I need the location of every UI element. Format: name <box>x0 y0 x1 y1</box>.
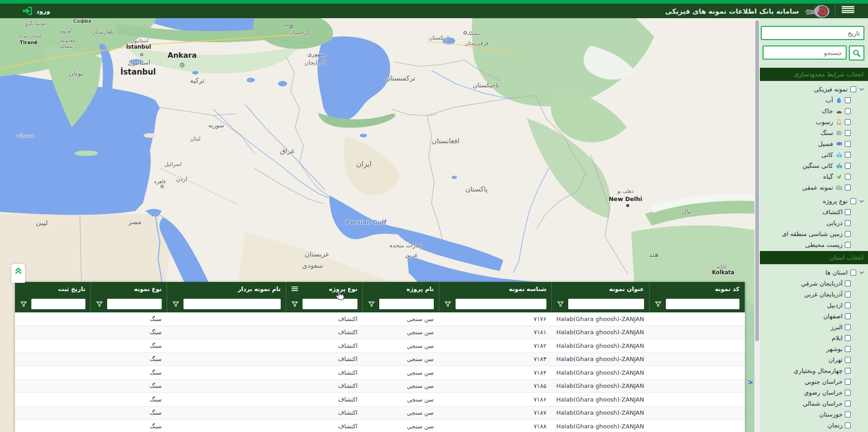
filter-funnel-icon[interactable] <box>20 301 27 307</box>
table-row[interactable]: Halab(Ghara ghoosh)-ZANJAN۷۱۸۲سن سنجیاکت… <box>15 339 745 353</box>
column-header-project_type[interactable]: نوع پروژه <box>286 282 363 296</box>
sidebar-scrollbar[interactable] <box>754 18 760 432</box>
filter-input-sampler[interactable] <box>184 299 281 309</box>
tree-item-row[interactable]: بوشهر <box>760 343 868 354</box>
column-header-sampler[interactable]: نام نمونه بردار <box>167 282 286 296</box>
column-header-date[interactable]: تاریخ ثبت <box>15 282 91 296</box>
column-header-code[interactable]: کد نمونه <box>650 282 745 296</box>
filter-input-id[interactable] <box>456 299 546 309</box>
item-checkbox[interactable] <box>845 422 851 428</box>
group-checkbox[interactable] <box>850 86 856 92</box>
tree-group-row[interactable]: استان ها <box>760 267 868 278</box>
chevron-down-icon[interactable] <box>859 86 864 92</box>
column-header-id[interactable]: شناسه نمونه <box>439 282 552 296</box>
tree-item-row[interactable]: زنجان <box>760 420 868 431</box>
filter-funnel-icon[interactable] <box>173 301 179 307</box>
item-checkbox[interactable] <box>845 379 851 385</box>
tree-item-row[interactable]: خراسان جنوبي <box>760 376 868 387</box>
tree-item-row[interactable]: زیست محیطی <box>760 239 868 250</box>
tree-item-row[interactable]: آذربایجان شرقي <box>760 278 868 289</box>
table-collapse-button[interactable] <box>11 264 25 283</box>
item-checkbox[interactable] <box>845 401 851 407</box>
item-checkbox[interactable] <box>845 302 851 308</box>
tree-item-row[interactable]: اکتشاف <box>760 206 868 217</box>
item-checkbox[interactable] <box>845 119 851 125</box>
tree-group-row[interactable]: نمونه فیزیکی <box>760 84 868 95</box>
column-header-title[interactable]: عنوان نمونه <box>552 282 650 296</box>
item-checkbox[interactable] <box>845 209 851 215</box>
tree-item-row[interactable]: کانی سنگین <box>760 160 868 171</box>
group-checkbox[interactable] <box>850 270 856 276</box>
item-checkbox[interactable] <box>845 130 851 136</box>
filter-input-date[interactable] <box>31 299 85 309</box>
tree-item-row[interactable]: کانی <box>760 149 868 160</box>
item-checkbox[interactable] <box>845 141 851 147</box>
filter-input-project_type[interactable] <box>303 299 357 309</box>
tree-item-row[interactable]: خاک <box>760 105 868 116</box>
tree-item-row[interactable]: البرز <box>760 321 868 332</box>
item-checkbox[interactable] <box>845 242 851 248</box>
tree-item-row[interactable]: ایلام <box>760 332 868 343</box>
filter-input-sample_type[interactable] <box>107 299 162 309</box>
item-checkbox[interactable] <box>845 174 851 180</box>
tree-item-row[interactable]: آذربایجان غربي <box>760 289 868 300</box>
tree-item-row[interactable]: خراسان شمالي <box>760 398 868 409</box>
item-checkbox[interactable] <box>845 97 851 103</box>
filter-funnel-icon[interactable] <box>557 301 564 307</box>
item-checkbox[interactable] <box>845 108 851 114</box>
chevron-down-icon[interactable] <box>859 198 864 204</box>
item-checkbox[interactable] <box>845 231 851 237</box>
tree-item-row[interactable]: اردبیل <box>760 300 868 311</box>
filter-funnel-icon[interactable] <box>292 301 298 307</box>
tree-item-row[interactable]: نمونه عمقی <box>760 182 868 193</box>
table-row[interactable]: Halab(Ghara ghoosh)-ZANJAN۷۱۸۸سن سنجیاکت… <box>15 420 745 432</box>
item-checkbox[interactable] <box>845 281 851 286</box>
item-checkbox[interactable] <box>845 412 851 417</box>
date-input[interactable] <box>761 26 864 40</box>
item-checkbox[interactable] <box>845 313 851 319</box>
item-checkbox[interactable] <box>845 185 851 191</box>
group-checkbox[interactable] <box>850 198 856 204</box>
filter-input-project_name[interactable] <box>379 299 434 309</box>
tree-item-row[interactable]: تهران <box>760 354 868 365</box>
sidebar-scrollbar-thumb[interactable] <box>755 20 759 341</box>
table-row[interactable]: Halab(Ghara ghoosh)-ZANJAN۷۱۸۱سن سنجیاکت… <box>15 326 745 340</box>
item-checkbox[interactable] <box>845 152 851 158</box>
item-checkbox[interactable] <box>845 390 851 396</box>
tree-item-row[interactable]: چهارمحال وبختیاري <box>760 365 868 376</box>
column-menu-icon[interactable] <box>292 286 298 291</box>
tree-item-row[interactable]: خوزستان <box>760 409 868 420</box>
table-row[interactable]: Halab(Ghara ghoosh)-ZANJAN۷۱۷۶سن سنجیاکت… <box>15 312 745 326</box>
tree-item-row[interactable]: گیاه <box>760 171 868 182</box>
tree-item-row[interactable]: فسیل <box>760 138 868 149</box>
search-button[interactable] <box>849 45 864 60</box>
table-row[interactable]: Halab(Ghara ghoosh)-ZANJAN۷۱۸۵سن سنجیاکت… <box>15 380 745 393</box>
table-row[interactable]: Halab(Ghara ghoosh)-ZANJAN۷۱۸۴سن سنجیاکت… <box>15 366 745 380</box>
table-row[interactable]: Halab(Ghara ghoosh)-ZANJAN۷۱۸۶سن سنجیاکت… <box>15 393 745 407</box>
filter-funnel-icon[interactable] <box>445 301 451 307</box>
tree-item-row[interactable]: زمین شناسی منطقه ای <box>760 228 868 239</box>
tree-item-row[interactable]: دریایی <box>760 217 868 228</box>
search-input[interactable] <box>763 45 847 60</box>
item-checkbox[interactable] <box>845 346 851 352</box>
tree-item-row[interactable]: خراسان رضوي <box>760 387 868 398</box>
filter-funnel-icon[interactable] <box>96 301 103 307</box>
tree-item-row[interactable]: سنگ <box>760 127 868 138</box>
column-header-project_name[interactable]: نام پروژه <box>363 282 439 296</box>
filter-funnel-icon[interactable] <box>655 301 661 307</box>
tree-item-row[interactable]: آب <box>760 95 868 105</box>
tree-item-row[interactable]: اصفهان <box>760 311 868 321</box>
chevron-down-icon[interactable] <box>859 270 864 275</box>
item-checkbox[interactable] <box>845 291 851 297</box>
item-checkbox[interactable] <box>845 368 851 374</box>
item-checkbox[interactable] <box>845 220 851 226</box>
tree-item-row[interactable]: رسوب <box>760 116 868 127</box>
table-row[interactable]: Halab(Ghara ghoosh)-ZANJAN۷۱۸۷سن سنجیاکت… <box>15 407 745 420</box>
item-checkbox[interactable] <box>845 357 851 363</box>
table-row[interactable]: Halab(Ghara ghoosh)-ZANJAN۷۱۸۳سن سنجیاکت… <box>15 353 745 367</box>
column-header-sample_type[interactable]: نوع نمونه <box>91 282 167 296</box>
pan-right-arrow-icon[interactable]: > <box>748 378 754 387</box>
filter-input-code[interactable] <box>666 299 739 309</box>
filter-funnel-icon[interactable] <box>368 301 375 307</box>
hamburger-menu-icon[interactable] <box>842 6 854 13</box>
